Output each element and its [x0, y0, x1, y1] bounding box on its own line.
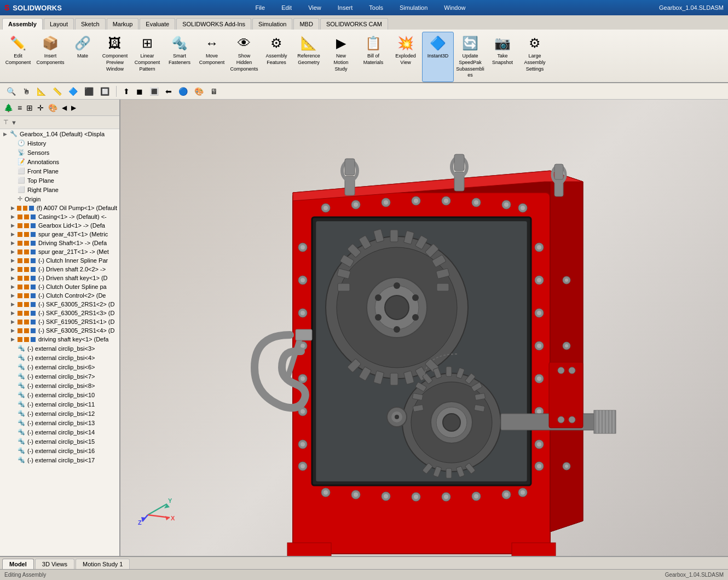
sec-tb-btn-14[interactable]: 🖥: [208, 86, 220, 97]
tree-item-root[interactable]: ▶🔧Gearbox_1.04 (Default) <Displa: [0, 129, 119, 138]
ribbon-btn-component-preview-window[interactable]: 🖼 ComponentPreviewWindow: [99, 32, 131, 82]
viewport[interactable]: Y X Z: [120, 100, 728, 556]
sidebar-tb-next-icon[interactable]: ▶: [70, 103, 78, 113]
ribbon-btn-assembly-features[interactable]: ⚙ AssemblyFeatures: [261, 32, 292, 82]
sec-tb-btn-10[interactable]: 🔳: [147, 86, 161, 97]
ribbon-btn-insert-components[interactable]: 📦 InsertComponents: [34, 32, 66, 82]
sidebar-tb-prev-icon[interactable]: ◀: [60, 103, 68, 113]
tree-item-sensors[interactable]: 📡Sensors: [0, 148, 119, 157]
menu-insert[interactable]: Insert: [333, 3, 357, 12]
ribbon-btn-smart-fasteners[interactable]: 🔩 SmartFasteners: [164, 32, 195, 82]
ribbon-btn-reference-geometry[interactable]: 📐 ReferenceGeometry: [293, 32, 325, 82]
ribbon-btn-large-assembly-settings[interactable]: ⚙ LargeAssemblySettings: [519, 32, 551, 82]
tree-item-driven-shaft-2[interactable]: ▶(-) Driven shaft 2.0<2> ->: [0, 265, 119, 274]
tree-item-gearbox-lid[interactable]: ▶Gearbox Lid<1> -> (Defa: [0, 221, 119, 230]
menu-view[interactable]: View: [304, 3, 326, 12]
tree-item-skf-63005-2rs1-3[interactable]: ▶(-) SKF_63005_2RS1<3> (D: [0, 309, 119, 317]
ribbon-tab-solidworks-cam[interactable]: SOLIDWORKS CAM: [320, 18, 388, 30]
tree-item-circlip-14[interactable]: 🔩(-) external circlip_bsi<14: [0, 427, 119, 437]
tree-item-circlip-8[interactable]: 🔩(-) external circlip_bsi<8>: [0, 381, 119, 390]
tree-item-oil-pump[interactable]: ▶(f) A007 Oil Pump<1> (Default: [0, 204, 119, 212]
tree-icon-circlip-11: 🔩: [18, 401, 25, 408]
sec-tb-btn-6[interactable]: ⬛: [82, 86, 96, 97]
tree-item-front-plane[interactable]: ⬜Front Plane: [0, 166, 119, 176]
ribbon-btn-update-speedpak-subassemblies[interactable]: 🔄 UpdateSpeedPakSubassemblies: [454, 32, 486, 82]
sec-tb-btn-11[interactable]: ⬅: [163, 86, 174, 97]
svg-point-68: [301, 464, 305, 468]
tree-item-circlip-7[interactable]: 🔩(-) external circlip_bsi<7>: [0, 372, 119, 381]
tree-item-circlip-6[interactable]: 🔩(-) external circlip_bsi<6>: [0, 362, 119, 372]
tree-item-driving-shaft-key[interactable]: ▶driving shaft key<1> (Defa: [0, 335, 119, 344]
ribbon-btn-exploded-view[interactable]: 💥 ExplodedView: [390, 32, 421, 82]
ribbon-btn-move-component[interactable]: ↔ MoveComponent: [196, 32, 228, 82]
tree-item-casing[interactable]: ▶Casing<1> -> (Default) <-: [0, 212, 119, 221]
tree-item-spur-gear-43[interactable]: ▶spur gear_43T<1> (Metric: [0, 230, 119, 239]
tree-item-circlip-17[interactable]: 🔩(-) external circlip_bsi<17: [0, 455, 119, 465]
ribbon-btn-instant3d[interactable]: 🔷 Instant3D: [422, 32, 454, 82]
menu-file[interactable]: File: [251, 3, 269, 12]
menu-simulation[interactable]: Simulation: [395, 3, 432, 12]
ribbon-btn-show-hidden-components[interactable]: 👁 ShowHiddenComponents: [228, 32, 260, 82]
menu-edit[interactable]: Edit: [277, 3, 296, 12]
tree-item-circlip-16[interactable]: 🔩(-) external circlip_bsi<16: [0, 446, 119, 455]
ribbon-tab-evaluate[interactable]: Evaluate: [140, 18, 175, 30]
sec-tb-btn-12[interactable]: 🔵: [176, 86, 190, 97]
tree-item-history[interactable]: 🕐History: [0, 138, 119, 148]
ribbon-tab-layout[interactable]: Layout: [44, 18, 74, 30]
sec-tb-btn-9[interactable]: ◼: [134, 86, 145, 97]
tree-item-driven-shaft-key[interactable]: ▶(-) Driven shaft key<1> (D: [0, 274, 119, 282]
sidebar-tb-list-icon[interactable]: ≡: [16, 102, 24, 113]
ribbon-btn-bill-of-materials[interactable]: 📋 Bill ofMaterials: [357, 32, 389, 82]
sec-tb-btn-2[interactable]: 🖱: [20, 86, 32, 97]
sec-tb-btn-3[interactable]: 📐: [34, 86, 48, 97]
tree-item-annotations[interactable]: 📝Annotations: [0, 157, 119, 166]
sec-tb-btn-13[interactable]: 🎨: [192, 86, 206, 97]
ribbon-tab-mbd[interactable]: MBD: [293, 18, 319, 30]
tree-item-circlip-11[interactable]: 🔩(-) external circlip_bsi<11: [0, 399, 119, 409]
tree-item-origin[interactable]: ✛Origin: [0, 194, 119, 204]
tree-item-clutch-inner[interactable]: ▶(-) Clutch Inner Spline Par: [0, 256, 119, 265]
ribbon-btn-new-motion-study[interactable]: ▶ NewMotionStudy: [325, 32, 357, 82]
ribbon-tab-markup[interactable]: Markup: [107, 18, 139, 30]
ribbon-btn-linear-component-pattern[interactable]: ⊞ LinearComponentPattern: [131, 32, 163, 82]
ribbon-btn-mate[interactable]: 🔗 Mate: [67, 32, 99, 82]
tree-item-skf-61905-2rs1-1[interactable]: ▶(-) SKF_61905_2RS1<1> (D: [0, 317, 119, 326]
sec-tb-btn-1[interactable]: 🔍: [4, 86, 18, 97]
tree-item-top-plane[interactable]: ⬜Top Plane: [0, 176, 119, 185]
tree-item-circlip-13[interactable]: 🔩(-) external circlip_bsi<13: [0, 418, 119, 427]
sec-tb-btn-8[interactable]: ⬆: [121, 86, 132, 97]
bottom-tab-motion-study-1[interactable]: Motion Study 1: [76, 559, 130, 569]
tree-item-circlip-10[interactable]: 🔩(-) external circlip_bsi<10: [0, 390, 119, 399]
tree-item-circlip-3[interactable]: 🔩(-) external circlip_bsi<3>: [0, 344, 119, 353]
ribbon-tab-simulation[interactable]: Simulation: [252, 18, 292, 30]
tree-item-circlip-4[interactable]: 🔩(-) external circlip_bsi<4>: [0, 353, 119, 362]
tree-item-clutch-outer[interactable]: ▶(-) Clutch Outer Spline pa: [0, 282, 119, 291]
ribbon-tab-sketch[interactable]: Sketch: [75, 18, 106, 30]
sec-tb-btn-4[interactable]: 📏: [50, 86, 64, 97]
tree-label-circlip-17: (-) external circlip_bsi<17: [27, 457, 95, 463]
tree-item-clutch-control[interactable]: ▶(-) Clutch Control<2> (De: [0, 291, 119, 300]
sidebar-tb-tree-icon[interactable]: 🌲: [2, 102, 15, 113]
filter-icon[interactable]: ⊤: [3, 119, 9, 126]
bottom-tab-model[interactable]: Model: [2, 559, 34, 569]
tree-item-circlip-15[interactable]: 🔩(-) external circlip_bsi<15: [0, 437, 119, 446]
bottom-tab-3d-views[interactable]: 3D Views: [35, 559, 74, 569]
tree-item-spur-gear-21[interactable]: ▶spur gear_21T<1> -> (Met: [0, 247, 119, 256]
menu-tools[interactable]: Tools: [365, 3, 388, 12]
gearbox-model: [211, 127, 638, 556]
ribbon-btn-edit-component[interactable]: ✏️ EditComponent: [2, 32, 34, 82]
tree-item-driving-shaft[interactable]: ▶Driving Shaft<1> -> (Defa: [0, 239, 119, 247]
tree-item-right-plane[interactable]: ⬜Right Plane: [0, 185, 119, 194]
tree-item-skf-63005-2rs1-4[interactable]: ▶(-) SKF_63005_2RS1<4> (D: [0, 326, 119, 335]
sec-tb-btn-7[interactable]: 🔲: [98, 86, 112, 97]
sidebar-tb-add-icon[interactable]: ✛: [36, 102, 45, 113]
sec-tb-btn-5[interactable]: 🔷: [66, 86, 80, 97]
sidebar-tb-color-icon[interactable]: 🎨: [47, 102, 59, 113]
ribbon-btn-take-snapshot[interactable]: 📷 TakeSnapshot: [487, 32, 518, 82]
ribbon-tab-assembly[interactable]: Assembly: [2, 18, 43, 30]
menu-window[interactable]: Window: [440, 3, 470, 12]
sidebar-tb-grid-icon[interactable]: ⊞: [25, 102, 34, 113]
ribbon-tab-solidworks-add-ins[interactable]: SOLIDWORKS Add-Ins: [176, 18, 251, 30]
tree-item-skf-63005-2rs1-2[interactable]: ▶(-) SKF_63005_2RS1<2> (D: [0, 300, 119, 309]
tree-item-circlip-12[interactable]: 🔩(-) external circlip_bsi<12: [0, 409, 119, 418]
